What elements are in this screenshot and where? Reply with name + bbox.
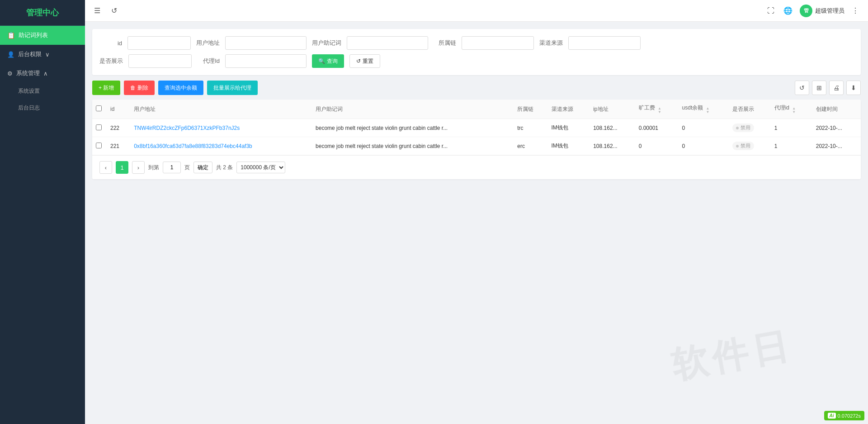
user-address-input[interactable] — [225, 36, 307, 50]
table-row: 222 TNW4irRDZ2ckcZFp6D6371XzkPFb37nJ2s b… — [92, 119, 861, 137]
user-address-label: 用户地址 — [196, 39, 220, 47]
next-page-button[interactable]: › — [132, 161, 145, 174]
sidebar: 管理中心 📋 助记词列表 👤 后台权限 ∨ ⚙ 系统管理 ∧ 系统设置 后台日志 — [0, 0, 85, 424]
col-channel: 渠道来源 — [548, 100, 590, 119]
col-user-mnemonic: 用户助记词 — [312, 100, 514, 119]
export-button[interactable]: ⬇ — [846, 81, 861, 95]
globe-icon[interactable]: 🌐 — [782, 5, 794, 17]
cell-created-time: 2022-10-... — [812, 137, 861, 155]
col-id: id — [107, 100, 130, 119]
search-icon: 🔍 — [318, 58, 325, 64]
cell-channel: IM钱包 — [548, 137, 590, 155]
refresh-icon[interactable]: ↺ — [109, 5, 119, 17]
cell-ip: 108.162... — [590, 119, 635, 137]
cell-address: TNW4irRDZ2ckcZFp6D6371XzkPFb37nJ2s — [130, 119, 312, 137]
table-row: 221 0x8bf16a360fca63d7fa8e88f83283d74ebc… — [92, 137, 861, 155]
table-refresh-button[interactable]: ↺ — [795, 81, 809, 95]
toolbar: + 新增 🗑 删除 查询选中余额 批量展示给代理 ↺ ⊞ 🖨 — [92, 81, 861, 95]
agent-id-input[interactable] — [225, 54, 307, 68]
sidebar-item-system-settings[interactable]: 系统设置 — [0, 83, 85, 100]
page-input[interactable] — [163, 162, 181, 173]
menu-icon[interactable]: ☰ — [92, 5, 102, 17]
cell-usdt: 0 — [679, 137, 729, 155]
show-label: 是否展示 — [99, 57, 123, 65]
cell-mining-fee: 0.00001 — [635, 119, 679, 137]
sidebar-item-mnemonic-list[interactable]: 📋 助记词列表 — [0, 26, 85, 45]
topbar-left: ☰ ↺ — [92, 5, 119, 17]
column-settings-button[interactable]: ⊞ — [812, 81, 826, 95]
print-icon: 🖨 — [833, 84, 840, 91]
sidebar-label-system: 系统管理 — [16, 69, 40, 77]
page-1-button[interactable]: 1 — [116, 161, 128, 174]
filter-card: id 用户地址 用户助记词 所属链 渠道来源 是否展示 代理Id 🔍 查询 — [92, 29, 861, 75]
col-chain: 所属链 — [514, 100, 547, 119]
id-label: id — [99, 40, 122, 47]
sidebar-menu: 📋 助记词列表 👤 后台权限 ∨ ⚙ 系统管理 ∧ 系统设置 后台日志 — [0, 26, 85, 424]
sidebar-item-backend-permissions[interactable]: 👤 后台权限 ∨ — [0, 45, 85, 64]
channel-input[interactable] — [568, 36, 641, 50]
print-button[interactable]: 🖨 — [829, 81, 844, 95]
sidebar-label-backend-log: 后台日志 — [18, 105, 40, 111]
cell-chain: trc — [514, 119, 547, 137]
per-page-select[interactable]: 1000000 条/页 — [236, 162, 285, 173]
add-button[interactable]: + 新增 — [92, 81, 120, 95]
reset-button[interactable]: ↺ 重置 — [349, 54, 380, 68]
toolbar-left: + 新增 🗑 删除 查询选中余额 批量展示给代理 — [92, 81, 258, 95]
sidebar-label-permissions: 后台权限 — [18, 50, 42, 58]
query-balance-button[interactable]: 查询选中余额 — [158, 81, 203, 95]
select-all-checkbox[interactable] — [96, 105, 102, 111]
agent-id-label: 代理Id — [197, 57, 220, 65]
row-checkbox[interactable] — [96, 124, 102, 130]
topbar-right: ⛶ 🌐 管 超级管理员 ⋮ — [765, 5, 861, 17]
col-agent-id: 代理id ▲▼ — [771, 100, 812, 119]
username-label: 超级管理员 — [815, 7, 844, 15]
usdt-sort[interactable]: ▲▼ — [706, 107, 710, 114]
cell-mnemonic: become job melt reject state violin grun… — [312, 119, 514, 137]
fullscreen-icon[interactable]: ⛶ — [765, 5, 776, 17]
chain-input[interactable] — [462, 36, 534, 50]
more-icon[interactable]: ⋮ — [850, 5, 861, 17]
delete-button[interactable]: 🗑 删除 — [124, 81, 155, 95]
gear-icon: ⚙ — [7, 70, 13, 77]
row-checkbox[interactable] — [96, 143, 102, 148]
table-card: id 用户地址 用户助记词 所属链 渠道来源 ip地址 旷工费 ▲▼ usdt余… — [92, 100, 861, 179]
sidebar-item-backend-log[interactable]: 后台日志 — [0, 100, 85, 116]
user-area[interactable]: 管 超级管理员 — [800, 5, 844, 17]
query-button[interactable]: 🔍 查询 — [312, 54, 344, 68]
export-icon: ⬇ — [851, 84, 856, 91]
cell-ip: 108.162... — [590, 137, 635, 155]
col-is-show: 是否展示 — [729, 100, 771, 119]
confirm-page-button[interactable]: 确定 — [193, 162, 212, 173]
agent-sort[interactable]: ▲▼ — [792, 107, 796, 114]
col-usdt: usdt余额 ▲▼ — [679, 100, 729, 119]
total-label: 共 2 条 — [216, 164, 233, 172]
avatar: 管 — [800, 5, 812, 17]
list-icon: 📋 — [7, 32, 15, 39]
batch-show-button[interactable]: 批量展示给代理 — [207, 81, 258, 95]
topbar: ☰ ↺ ⛶ 🌐 管 超级管理员 ⋮ — [85, 0, 868, 22]
sidebar-logo: 管理中心 — [0, 0, 85, 26]
cell-usdt: 0 — [679, 119, 729, 137]
sidebar-label-mnemonic: 助记词列表 — [19, 31, 48, 39]
main-area: ☰ ↺ ⛶ 🌐 管 超级管理员 ⋮ id 用户地址 用户助记词 所属链 — [85, 0, 868, 424]
ai-icon: Ai — [828, 413, 836, 419]
refresh-table-icon: ↺ — [799, 84, 805, 91]
col-created-time: 创建时间 — [812, 100, 861, 119]
mining-fee-sort[interactable]: ▲▼ — [658, 107, 661, 114]
col-user-address: 用户地址 — [130, 100, 312, 119]
chain-label: 所属链 — [434, 39, 456, 47]
filter-row-2: 是否展示 代理Id 🔍 查询 ↺ 重置 — [99, 54, 854, 68]
prev-page-button[interactable]: ‹ — [99, 161, 112, 174]
user-icon: 👤 — [7, 51, 14, 58]
cell-chain: erc — [514, 137, 547, 155]
sidebar-item-system-management[interactable]: ⚙ 系统管理 ∧ — [0, 64, 85, 83]
content-area: id 用户地址 用户助记词 所属链 渠道来源 是否展示 代理Id 🔍 查询 — [85, 22, 868, 424]
show-input[interactable] — [128, 54, 192, 68]
cell-agent-id: 1 — [771, 119, 812, 137]
reset-icon: ↺ — [356, 58, 361, 64]
cell-address: 0x8bf16a360fca63d7fa8e88f83283d74ebc44af… — [130, 137, 312, 155]
user-mnemonic-input[interactable] — [347, 36, 428, 50]
toolbar-right: ↺ ⊞ 🖨 ⬇ — [795, 81, 861, 95]
id-input[interactable] — [127, 36, 191, 50]
cell-agent-id: 1 — [771, 137, 812, 155]
